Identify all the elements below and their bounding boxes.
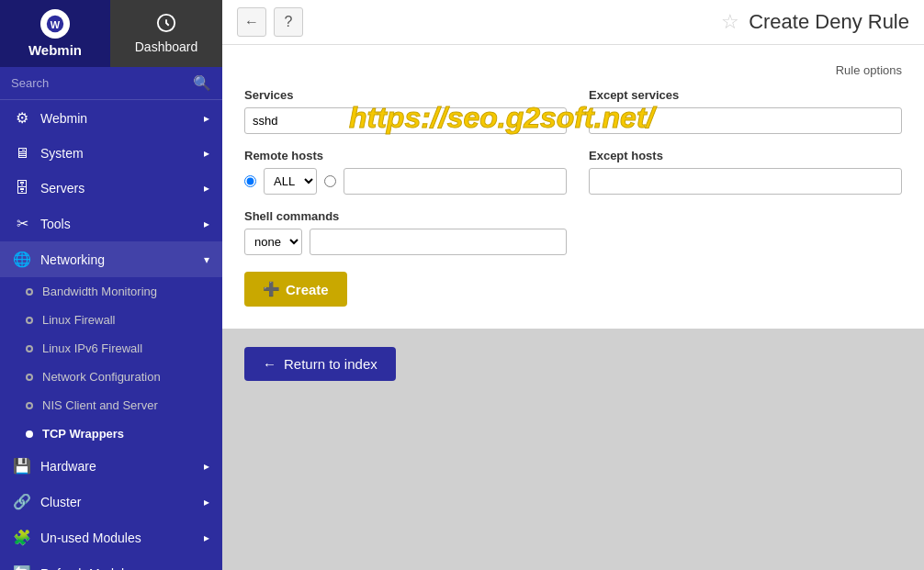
remote-hosts-all-radio[interactable] bbox=[244, 175, 256, 187]
chevron-right-icon-4: ▸ bbox=[204, 218, 209, 230]
bottom-area: ← Return to index bbox=[222, 329, 924, 399]
sidebar-top: W Webmin Dashboard bbox=[0, 0, 222, 67]
dashboard-btn[interactable]: Dashboard bbox=[110, 0, 222, 67]
webmin-brand[interactable]: W Webmin bbox=[0, 0, 110, 67]
dashboard-icon bbox=[156, 13, 176, 36]
chevron-down-icon: ▾ bbox=[204, 253, 209, 266]
sidebar: W Webmin Dashboard 🔍 ⚙ Webmin ▸ 🖥 System… bbox=[0, 0, 222, 570]
sidebar-item-tcp-wrappers[interactable]: TCP Wrappers bbox=[0, 419, 222, 448]
return-arrow-icon: ← bbox=[263, 356, 276, 372]
dashboard-label: Dashboard bbox=[135, 39, 198, 54]
refresh-nav-icon: 🔄 bbox=[13, 564, 31, 570]
networking-submenu: Bandwidth Monitoring Linux Firewall Linu… bbox=[0, 277, 222, 448]
shell-commands-select[interactable]: none bbox=[244, 229, 302, 255]
tools-nav-icon: ✂ bbox=[13, 215, 31, 232]
remote-hosts-custom-input[interactable] bbox=[344, 168, 567, 195]
sidebar-search: 🔍 bbox=[0, 67, 222, 100]
services-group: Services bbox=[244, 88, 567, 134]
sidebar-item-bandwidth[interactable]: Bandwidth Monitoring bbox=[0, 277, 222, 306]
sidebar-item-networking-label: Networking bbox=[40, 252, 105, 267]
shell-commands-group: Shell commands none bbox=[244, 209, 567, 255]
sidebar-item-servers[interactable]: 🗄 Servers ▸ bbox=[0, 171, 222, 206]
except-hosts-label: Except hosts bbox=[589, 149, 902, 162]
except-services-label: Except services bbox=[589, 88, 902, 102]
sidebar-item-cluster[interactable]: 🔗 Cluster ▸ bbox=[0, 484, 222, 520]
services-input[interactable] bbox=[244, 107, 567, 134]
search-input[interactable] bbox=[11, 76, 193, 90]
back-button[interactable]: ← bbox=[237, 7, 266, 37]
sidebar-item-linux-firewall[interactable]: Linux Firewall bbox=[0, 306, 222, 334]
dot-icon bbox=[26, 288, 33, 296]
sidebar-item-system[interactable]: 🖥 System ▸ bbox=[0, 136, 222, 171]
sidebar-item-hardware[interactable]: 💾 Hardware ▸ bbox=[0, 448, 222, 484]
chevron-right-icon: ▸ bbox=[204, 112, 209, 125]
services-label: Services bbox=[244, 88, 567, 102]
except-hosts-group: Except hosts bbox=[589, 149, 902, 195]
sidebar-item-system-label: System bbox=[40, 146, 84, 161]
sidebar-item-nis[interactable]: NIS Client and Server bbox=[0, 391, 222, 419]
return-to-index-button[interactable]: ← Return to index bbox=[244, 347, 396, 381]
shell-commands-input[interactable] bbox=[310, 229, 567, 255]
chevron-right-icon-5: ▸ bbox=[204, 460, 209, 473]
help-button[interactable]: ? bbox=[274, 7, 303, 37]
svg-text:W: W bbox=[51, 19, 61, 30]
sidebar-item-webmin[interactable]: ⚙ Webmin ▸ bbox=[0, 100, 222, 136]
create-button[interactable]: ➕ Create bbox=[244, 272, 347, 307]
remote-hosts-row: ALL bbox=[244, 168, 567, 195]
sidebar-item-net-config[interactable]: Network Configuration bbox=[0, 363, 222, 391]
help-icon: ? bbox=[285, 14, 293, 30]
search-icon: 🔍 bbox=[193, 74, 211, 92]
sidebar-item-unused-label: Un-used Modules bbox=[40, 531, 141, 545]
sidebar-item-hardware-label: Hardware bbox=[40, 459, 96, 474]
remote-hosts-group: Remote hosts ALL bbox=[244, 149, 567, 195]
sidebar-item-webmin-label: Webmin bbox=[40, 111, 87, 126]
hardware-nav-icon: 💾 bbox=[13, 457, 31, 475]
remote-hosts-custom-radio[interactable] bbox=[324, 175, 336, 187]
rule-options-label: Rule options bbox=[244, 63, 902, 77]
chevron-right-icon-6: ▸ bbox=[204, 496, 209, 509]
webmin-nav-icon: ⚙ bbox=[13, 109, 31, 127]
sidebar-item-networking[interactable]: 🌐 Networking ▾ bbox=[0, 241, 222, 277]
chevron-right-icon-3: ▸ bbox=[204, 182, 209, 195]
sidebar-item-refresh-label: Refresh Modules bbox=[40, 566, 138, 571]
form-grid: Services Except services Remote hosts AL… bbox=[244, 88, 902, 255]
except-services-input[interactable] bbox=[589, 107, 902, 134]
brand-label: Webmin bbox=[28, 42, 82, 58]
dot-icon-5 bbox=[26, 402, 33, 409]
sidebar-item-cluster-label: Cluster bbox=[40, 495, 81, 509]
dot-icon-4 bbox=[26, 374, 33, 381]
sidebar-item-tools[interactable]: ✂ Tools ▸ bbox=[0, 206, 222, 241]
unused-nav-icon: 🧩 bbox=[13, 529, 31, 546]
system-nav-icon: 🖥 bbox=[13, 145, 31, 162]
main-header: ← ? ☆ Create Deny Rule bbox=[222, 0, 924, 45]
main-content: ← ? ☆ Create Deny Rule Rule options Serv… bbox=[222, 0, 924, 570]
dot-icon-2 bbox=[26, 317, 33, 324]
shell-commands-label: Shell commands bbox=[244, 209, 567, 223]
except-hosts-input[interactable] bbox=[589, 168, 902, 195]
form-area: Rule options Services Except services Re… bbox=[222, 45, 924, 329]
except-services-group: Except services bbox=[589, 88, 902, 134]
page-title-area: ☆ Create Deny Rule bbox=[721, 10, 909, 34]
webmin-icon: W bbox=[40, 9, 70, 39]
servers-nav-icon: 🗄 bbox=[13, 180, 31, 196]
sidebar-item-servers-label: Servers bbox=[40, 181, 85, 196]
networking-nav-icon: 🌐 bbox=[13, 251, 31, 268]
sidebar-item-linux-ipv6[interactable]: Linux IPv6 Firewall bbox=[0, 334, 222, 363]
plus-icon: ➕ bbox=[263, 281, 280, 297]
sidebar-item-unused-modules[interactable]: 🧩 Un-used Modules ▸ bbox=[0, 520, 222, 555]
sidebar-item-tools-label: Tools bbox=[40, 217, 71, 231]
star-icon[interactable]: ☆ bbox=[721, 10, 739, 34]
remote-hosts-label: Remote hosts bbox=[244, 149, 567, 162]
cluster-nav-icon: 🔗 bbox=[13, 493, 31, 510]
sidebar-item-refresh-modules[interactable]: 🔄 Refresh Modules bbox=[0, 555, 222, 570]
dot-icon-3 bbox=[26, 345, 33, 352]
chevron-right-icon-7: ▸ bbox=[204, 531, 209, 544]
remote-hosts-select[interactable]: ALL bbox=[264, 168, 317, 195]
page-title: Create Deny Rule bbox=[749, 10, 909, 34]
chevron-right-icon-2: ▸ bbox=[204, 147, 209, 160]
dot-icon-6 bbox=[26, 430, 33, 438]
back-arrow-icon: ← bbox=[244, 14, 259, 30]
shell-commands-row: none bbox=[244, 229, 567, 255]
